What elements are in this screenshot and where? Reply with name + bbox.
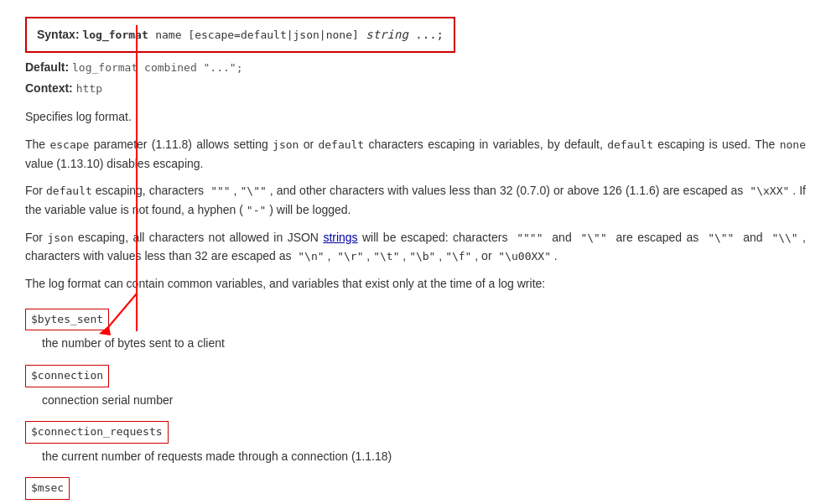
backslash-code: "\"" [241, 184, 267, 197]
var-connection-requests-box: $connection_requests [25, 421, 169, 444]
main-content: Syntax: log_format name [escape=default|… [25, 17, 806, 503]
para-default-escaping: For default escaping, characters """ , "… [25, 181, 806, 220]
quote-code: """ [210, 184, 230, 197]
json-r: "\r" [337, 250, 363, 262]
escape-code: escape [49, 138, 89, 151]
var-connection-desc: connection serial number [42, 391, 806, 409]
json-code: json [273, 138, 299, 151]
json-esc1: "\"" [708, 231, 734, 244]
variables-list: $bytes_sent the number of bytes sent to … [25, 302, 806, 503]
para-json-escaping: For json escaping, all characters not al… [25, 228, 806, 267]
context-line: Context: http [25, 79, 806, 98]
default-label: Default: [25, 60, 72, 74]
json-esc-code: json [47, 231, 73, 244]
var-connection-box: $connection [25, 365, 109, 387]
json-b: "\b" [409, 250, 435, 262]
default-code2: default [607, 138, 653, 151]
syntax-box: Syntax: log_format name [escape=default|… [25, 17, 455, 53]
var-connection-requests-desc: the current number of requests made thro… [42, 447, 806, 465]
json-t: "\t" [373, 250, 399, 262]
syntax-params: name [escape=default|json|none] [155, 29, 359, 41]
json-bs: "\"" [580, 231, 606, 244]
default-esc-code: default [46, 184, 92, 197]
json-esc2: "\\" [771, 231, 797, 244]
context-value: http [76, 82, 102, 95]
hyphen-code: "-" [247, 204, 266, 216]
syntax-rest: ...; [415, 28, 444, 41]
json-quote: """" [517, 231, 543, 244]
syntax-section: Syntax: log_format name [escape=default|… [25, 17, 806, 58]
context-label: Context: [25, 81, 76, 95]
var-bytes-sent-box: $bytes_sent [25, 309, 109, 331]
hex-code: "\xXX" [750, 184, 789, 197]
json-f: "\f" [445, 250, 471, 262]
json-u: "\u00XX" [498, 250, 551, 262]
syntax-label: Syntax: [37, 28, 82, 41]
default-line: Default: log_format combined "..."; [25, 58, 806, 77]
var-bytes-sent-desc: the number of bytes sent to a client [42, 334, 806, 352]
default-value: log_format combined "..."; [72, 61, 243, 74]
none-code: none [780, 138, 806, 151]
var-msec-box: $msec [25, 477, 70, 500]
strings-link[interactable]: strings [323, 231, 357, 244]
para-specifies: Specifies log format. [25, 107, 806, 126]
syntax-command: log_format [82, 29, 148, 41]
syntax-italic: string [366, 28, 408, 41]
default-code: default [318, 138, 364, 151]
para-escape: The escape parameter (1.11.8) allows set… [25, 135, 806, 173]
para-logformat-desc: The log format can contain common variab… [25, 274, 806, 293]
json-n: "\n" [298, 250, 324, 262]
